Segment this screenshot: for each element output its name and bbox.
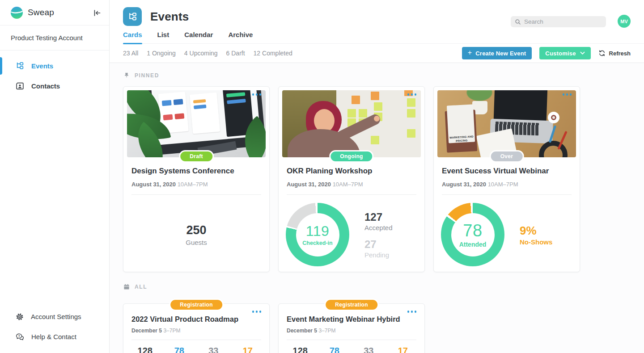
event-image: MARKETING AND PRICING (437, 90, 576, 157)
more-options-button[interactable] (250, 309, 263, 315)
event-title: 2022 Virtual Product Roadmap (131, 315, 261, 324)
pin-icon (123, 72, 130, 79)
sidebar-item-events[interactable]: Events (0, 56, 109, 76)
status-badge: Over (490, 150, 524, 163)
stat-label: No-Shows (520, 238, 552, 246)
search-box[interactable] (511, 16, 606, 27)
search-input[interactable] (524, 18, 596, 25)
events-content: PINNED (110, 63, 644, 353)
event-title: Design Systems Conference (131, 167, 261, 176)
pinned-cards-row: Draft Design Systems Conference August 3… (123, 86, 631, 272)
customise-button[interactable]: Customise (539, 47, 590, 59)
stat-value: 27 (364, 238, 393, 251)
guest-count-stat: 250 Guests (123, 195, 269, 274)
tab-archive[interactable]: Archive (228, 31, 253, 43)
event-datetime: August 31, 2020 10AM–7PM (131, 181, 261, 188)
event-date: August 31, 2020 (442, 181, 486, 188)
filter-completed[interactable]: 12 Completed (254, 50, 292, 57)
tab-cards[interactable]: Cards (123, 31, 142, 43)
more-options-button[interactable] (561, 92, 574, 97)
sidebar-item-help-contact[interactable]: ? Help & Contact (0, 327, 109, 347)
account-switcher[interactable]: Product Testing Account (0, 25, 109, 50)
event-time: 3–7PM (318, 328, 335, 334)
status-badge: Registration (324, 298, 379, 311)
stat-value: 127 (364, 211, 393, 223)
donut-label: Checked-in (302, 240, 332, 246)
sidebar-item-account-settings[interactable]: Account Settings (0, 307, 109, 327)
event-time: 3–7PM (163, 328, 180, 334)
event-image-wrap: Draft (127, 90, 266, 157)
status-badge: Draft (179, 150, 214, 163)
help-chat-icon: ? (15, 332, 25, 341)
event-card-okr-workshop[interactable]: Ongoing OKR Planing Workshop August 31, … (278, 86, 425, 272)
all-section-label: ALL (123, 283, 631, 290)
event-date: December 5 (287, 328, 317, 334)
gear-icon (15, 312, 24, 321)
view-tabs: Cards List Calendar Archive (123, 31, 644, 44)
event-title: OKR Planing Workshop (287, 167, 416, 176)
side-stats: 127 Accepted 27 Pending (364, 211, 393, 259)
metric-accepted: 78 (318, 346, 352, 353)
more-options-button[interactable] (406, 309, 419, 315)
refresh-button[interactable]: Refresh (598, 50, 631, 57)
event-datetime: August 31, 2020 10AM–7PM (287, 181, 416, 188)
chevron-down-icon (580, 51, 585, 55)
avatar-initials: MV (620, 19, 628, 24)
filter-row: 23 All 1 Ongoing 4 Upcoming 6 Darft 12 C… (110, 44, 644, 63)
pending-stat: 27 Pending (364, 238, 393, 259)
event-time: 10AM–7PM (333, 181, 363, 188)
more-options-button[interactable] (406, 92, 419, 97)
metric-accepted: 78 (162, 346, 197, 353)
event-title: Event Marketing Webinar Hybird (287, 315, 416, 324)
filter-ongoing[interactable]: 1 Ongoing (147, 50, 176, 57)
filter-upcoming[interactable]: 4 Upcoming (184, 50, 218, 57)
active-indicator (0, 57, 2, 75)
customise-button-label: Customise (545, 50, 576, 57)
sidebar-item-label: Events (31, 62, 53, 70)
toolbar: + Create New Event Customise Refresh (462, 47, 631, 59)
logo-row: Sweap (0, 0, 109, 25)
sidebar: Sweap Product Testing Account Events Con… (0, 0, 110, 353)
sidebar-nav: Events Contacts (0, 56, 109, 96)
user-avatar[interactable]: MV (618, 15, 631, 28)
event-image-wrap: Ongoing (282, 90, 421, 157)
sidebar-item-label: Help & Contact (31, 333, 76, 340)
event-card-product-roadmap[interactable]: Registration 2022 Virtual Product Roadma… (123, 303, 270, 353)
book-cover-text: MARKETING AND PRICING (449, 135, 475, 143)
event-image-wrap: MARKETING AND PRICING Over (437, 90, 576, 157)
more-options-button[interactable] (250, 92, 263, 97)
side-stats: 9% No-Shows (520, 224, 552, 246)
sweap-logo-icon (11, 7, 23, 19)
filter-all[interactable]: 23 All (123, 50, 138, 57)
tab-list[interactable]: List (157, 31, 169, 43)
event-date: December 5 (131, 328, 162, 334)
metric-declined: 17 (231, 346, 265, 353)
event-time: 10AM–7PM (488, 181, 518, 188)
attendance-stats: 78 Attended 9% No-Shows (434, 195, 580, 266)
stat-label: Accepted (364, 224, 393, 231)
create-new-event-button[interactable]: + Create New Event (462, 47, 532, 59)
event-date: August 31, 2020 (287, 181, 331, 188)
contacts-icon (15, 81, 25, 91)
attendance-donut-chart: 78 Attended (441, 203, 504, 266)
event-metrics: 128 78 33 17 (123, 340, 269, 353)
metric-pending: 33 (352, 346, 386, 353)
svg-text:?: ? (18, 334, 20, 338)
stat-value: 250 (186, 223, 206, 237)
metric-declined: 17 (386, 346, 420, 353)
search-icon (515, 19, 521, 25)
tab-calendar[interactable]: Calendar (184, 31, 213, 43)
event-card-virtual-webinar[interactable]: MARKETING AND PRICING Over Event Sucess … (433, 86, 580, 272)
metric-total: 128 (128, 346, 162, 353)
sidebar-collapse-button[interactable] (92, 8, 102, 18)
all-cards-row: Registration 2022 Virtual Product Roadma… (123, 303, 631, 353)
sidebar-item-contacts[interactable]: Contacts (0, 76, 109, 96)
accepted-stat: 127 Accepted (364, 211, 393, 231)
event-card-design-systems[interactable]: Draft Design Systems Conference August 3… (123, 86, 270, 272)
status-badge: Ongoing (329, 150, 373, 163)
filter-draft[interactable]: 6 Darft (226, 50, 245, 57)
event-card-marketing-webinar[interactable]: Registration Event Marketing Webinar Hyb… (278, 303, 425, 353)
collapse-icon (93, 8, 102, 17)
status-badge: Registration (169, 298, 224, 311)
checkin-donut-chart: 119 Checked-in (286, 203, 349, 266)
